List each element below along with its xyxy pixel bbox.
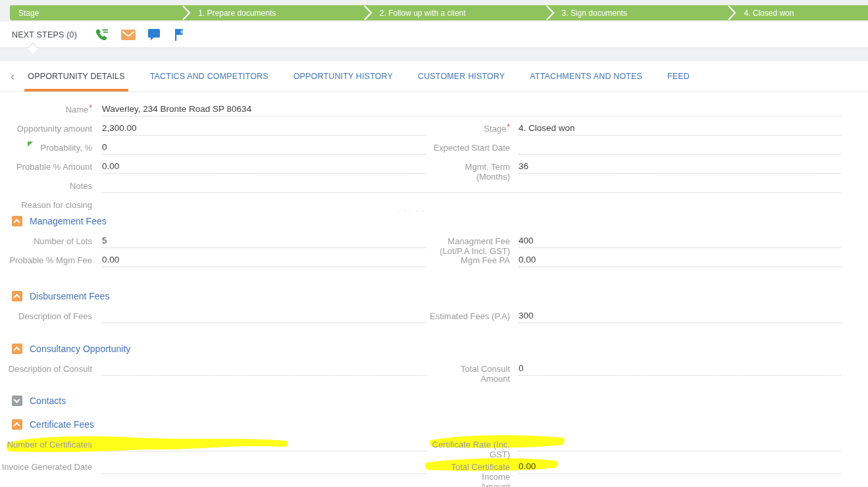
- stage-segment-label: 2. Follow up with a client: [380, 9, 466, 18]
- mgm-fee-pa-field[interactable]: 0.00: [519, 253, 841, 267]
- stage-segment-label: 3. Sign documents: [562, 9, 627, 18]
- certificate-rate-label: Certificate Rate (Inc. GST): [430, 438, 510, 459]
- tab-attachments-and-notes[interactable]: ATTACHMENTS AND NOTES: [526, 61, 646, 91]
- total-consult-amount-field[interactable]: 0: [519, 362, 841, 376]
- section-disbursement-fees[interactable]: Disbursement Fees: [0, 290, 868, 301]
- next-steps-pointer: [28, 43, 39, 54]
- notes-label: Notes: [0, 179, 92, 191]
- stage-segment-label: Stage: [18, 9, 39, 18]
- chevron-separator-icon: [546, 5, 555, 20]
- section-consultancy-opportunity[interactable]: Consultancy Opportunity: [0, 343, 868, 354]
- expected-start-date-label: Expected Start Date: [430, 141, 510, 153]
- probability-field[interactable]: 0: [102, 141, 426, 155]
- section-title: Consultancy Opportunity: [30, 344, 130, 354]
- mgmt-term-field[interactable]: 36: [519, 160, 841, 174]
- stage-label: Stage*: [430, 122, 510, 134]
- section-management-fees[interactable]: Management Fees: [0, 215, 868, 226]
- tab-feed[interactable]: FEED: [664, 61, 693, 91]
- collapse-icon[interactable]: [12, 344, 22, 354]
- stage-segment-label: 1. Prepare documents: [198, 9, 276, 18]
- collapse-icon[interactable]: [12, 216, 22, 226]
- number-of-lots-label: Number of Lots: [0, 234, 92, 246]
- opportunity-details-page: Stage 1. Prepare documents 2. Follow up …: [0, 0, 868, 487]
- probable-amount-field[interactable]: 0.00: [102, 160, 426, 174]
- opportunity-amount-field[interactable]: 2,300.00: [102, 122, 426, 136]
- tab-tactics-and-competitors[interactable]: TACTICS AND COMPETITORS: [147, 61, 272, 91]
- invoice-generated-date-label: Invoice Generated Date: [0, 460, 92, 472]
- expand-icon[interactable]: [12, 396, 22, 406]
- stage-segment-follow-up[interactable]: 2. Follow up with a client: [361, 5, 544, 20]
- name-label: Name*: [0, 103, 92, 115]
- changed-indicator: [28, 141, 33, 147]
- required-marker: *: [89, 103, 92, 113]
- chevron-separator-icon: [363, 5, 372, 20]
- managment-fee-field[interactable]: 400: [519, 234, 841, 248]
- section-contacts[interactable]: Contacts: [0, 395, 868, 406]
- section-certificate-fees[interactable]: Certificate Fees: [0, 419, 868, 430]
- section-title: Disbursement Fees: [30, 291, 109, 301]
- email-icon[interactable]: [121, 30, 136, 40]
- stage-segment-prepare-documents[interactable]: 1. Prepare documents: [180, 5, 361, 20]
- opportunity-amount-label: Opportunity amount: [0, 122, 92, 134]
- stage-segment-closed-won[interactable]: 4. Closed won: [725, 5, 868, 20]
- name-field[interactable]: Waverley, 234 Bronte Road SP 80634: [102, 103, 841, 116]
- stage-progress-bar: Stage 1. Prepare documents 2. Follow up …: [10, 5, 868, 20]
- total-certificate-income-field[interactable]: 0.00: [519, 460, 841, 474]
- number-of-certificates-field[interactable]: [102, 438, 426, 451]
- tab-opportunity-details[interactable]: OPPORTUNITY DETAILS: [24, 61, 128, 91]
- next-steps-bar: NEXT STEPS (0): [0, 22, 868, 48]
- stage-segment-stage[interactable]: Stage: [10, 5, 180, 20]
- required-marker: *: [507, 122, 510, 132]
- estimated-fees-label: Estimated Fees (P.A): [430, 309, 510, 321]
- mgmt-term-label: Mgmt. Term (Months): [430, 160, 510, 182]
- description-of-fees-label: Description of Fees: [0, 309, 92, 321]
- stage-field[interactable]: 4. Closed won: [519, 122, 841, 136]
- tab-customer-history[interactable]: CUSTOMER HISTORY: [415, 61, 508, 91]
- tab-opportunity-history[interactable]: OPPORTUNITY HISTORY: [290, 61, 396, 91]
- probability-label: Probability, %: [0, 141, 92, 153]
- chat-icon[interactable]: [148, 29, 161, 41]
- stage-segment-sign-documents[interactable]: 3. Sign documents: [544, 5, 726, 20]
- section-title: Contacts: [30, 396, 66, 406]
- mgm-fee-pa-label: Mgm Fee PA: [430, 253, 510, 265]
- certificate-rate-field[interactable]: [519, 438, 841, 451]
- probable-amount-label: Probable % Amount: [0, 160, 92, 172]
- chevron-separator-icon: [727, 5, 736, 20]
- description-of-fees-field[interactable]: [102, 309, 426, 323]
- section-title: Certificate Fees: [30, 419, 94, 430]
- next-steps-label: NEXT STEPS (0): [12, 30, 77, 39]
- stage-segment-label: 4. Closed won: [744, 9, 794, 18]
- chevron-separator-icon: [182, 5, 191, 20]
- reason-for-closing-field[interactable]: . . . . .: [102, 198, 426, 212]
- reason-for-closing-label: Reason for closing: [0, 198, 92, 210]
- expected-start-date-field[interactable]: [519, 141, 841, 155]
- number-of-lots-field[interactable]: 5: [102, 234, 426, 248]
- tab-bar: ‹ OPPORTUNITY DETAILS TACTICS AND COMPET…: [0, 61, 868, 92]
- total-consult-amount-label: Total Consult Amount: [430, 362, 510, 384]
- details-form: Name* Waverley, 234 Bronte Road SP 80634…: [0, 92, 868, 474]
- collapse-icon[interactable]: [12, 419, 22, 430]
- section-title: Management Fees: [30, 216, 107, 226]
- description-of-consult-field[interactable]: [102, 362, 426, 376]
- number-of-certificates-label: Number of Certificates: [0, 438, 92, 449]
- back-chevron-icon[interactable]: ‹: [11, 70, 14, 84]
- call-icon[interactable]: [95, 28, 109, 41]
- header-strip: Stage 1. Prepare documents 2. Follow up …: [0, 0, 868, 61]
- next-steps-actions: [95, 28, 184, 41]
- estimated-fees-field[interactable]: 300: [519, 309, 841, 323]
- textarea-resize-handle[interactable]: . . . . .: [398, 207, 426, 212]
- total-certificate-income-label: Total Certificate Income Amount: [430, 460, 510, 487]
- probable-mgm-fee-field[interactable]: 0.00: [102, 253, 426, 267]
- invoice-generated-date-field[interactable]: [102, 460, 426, 474]
- flag-icon[interactable]: [173, 28, 184, 41]
- collapse-icon[interactable]: [12, 291, 22, 301]
- probable-mgm-fee-label: Probable % Mgm Fee: [0, 253, 92, 265]
- description-of-consult-label: Description of Consult: [0, 362, 92, 374]
